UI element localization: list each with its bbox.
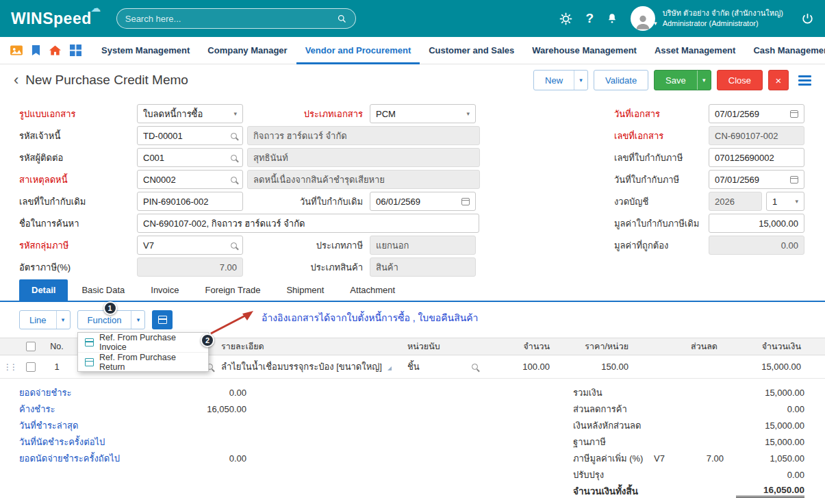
tax-invoice-no-field[interactable]: 070125690002: [709, 148, 804, 167]
annotation-badge-1: 1: [103, 301, 117, 315]
col-unit: หน่วยนับ: [403, 340, 482, 353]
tax-type-field: แยกนอก: [370, 236, 476, 255]
tax-invoice-date-field[interactable]: 07/01/2569: [709, 170, 804, 189]
help-icon[interactable]: ?: [585, 11, 594, 26]
apps-grid-icon[interactable]: [70, 45, 81, 56]
menu-item-ref-from-purchase-return[interactable]: Ref. From Purchase Return: [78, 352, 208, 371]
search-icon: [472, 364, 478, 370]
amount-summary: รวมเงิน15,000.00 ส่วนลดการค้า0.00 เงินหล…: [573, 384, 804, 499]
credit-reason-name-field: ลดหนี้เนื่องจากสินค้าชำรุดเสียหาย: [247, 170, 480, 189]
next-payment-date-link[interactable]: วันที่นัดชำระครั้งต่อไป: [19, 435, 178, 449]
contact-code-label: รหัสผู้ติดต่อ: [19, 151, 137, 165]
vat-rate: 7.00: [685, 453, 724, 464]
user-profile-menu[interactable]: ▾ บริษัท ตัวอย่าง จำกัด (สำนักงานใหญ่) A…: [631, 6, 783, 31]
tab-basic-data[interactable]: Basic Data: [69, 279, 137, 301]
subtotal-label: รวมเงิน: [573, 386, 736, 400]
grand-total-label: จำนวนเงินทั้งสิ้น: [573, 483, 736, 499]
cell-no: 1: [42, 362, 71, 372]
nav-system-management[interactable]: System Management: [92, 37, 199, 64]
doc-date-label: วันที่เอกสาร: [614, 107, 709, 121]
cell-qty[interactable]: 100.00: [482, 362, 554, 372]
tax-group-field[interactable]: V7: [137, 236, 243, 255]
period-no-select[interactable]: 1▾: [766, 192, 804, 211]
nav-asset-management[interactable]: Asset Management: [646, 37, 744, 64]
menu-item-ref-from-purchase-invoice[interactable]: Ref. From Purchase Invoice: [78, 333, 208, 352]
tab-foreign-trade[interactable]: Foreign Trade: [192, 279, 272, 301]
search-input[interactable]: [125, 14, 337, 24]
tab-detail[interactable]: Detail: [19, 279, 68, 301]
settings-gear-icon[interactable]: [559, 12, 573, 26]
calendar-icon: [790, 110, 798, 118]
tab-shipment[interactable]: Shipment: [274, 279, 336, 301]
nav-customer-and-sales[interactable]: Customer and Sales: [420, 37, 523, 64]
search-icon: [231, 155, 237, 161]
orig-tax-amount-label: มูลค่าใบกำกับภาษีเดิม: [614, 216, 709, 231]
doc-format-select[interactable]: ใบลดหนี้การซื้อ▾: [137, 104, 243, 123]
select-all-checkbox[interactable]: [26, 342, 36, 351]
avatar[interactable]: [631, 6, 655, 31]
orig-invoice-date-field[interactable]: 06/01/2569: [370, 192, 476, 211]
tax-group-label: รหัสกลุ่มภาษี: [19, 238, 137, 253]
top-app-bar: WINSpeed ☁ ? ▾ บริษัท ตัวอย่าง จำกัด (สำ…: [0, 0, 825, 37]
table-icon: [85, 358, 94, 366]
line-button[interactable]: Line ▾: [19, 310, 71, 329]
notifications-bell-icon[interactable]: [606, 12, 618, 25]
line-dropdown-caret[interactable]: ▾: [56, 311, 70, 329]
search-icon: [231, 177, 237, 183]
home-icon[interactable]: [49, 45, 62, 56]
bookmark-icon[interactable]: [31, 45, 40, 56]
layout-menu-icon[interactable]: [798, 75, 811, 86]
logout-power-icon[interactable]: [801, 12, 814, 25]
validate-button[interactable]: Validate: [594, 70, 648, 90]
vat-label: ภาษีมูลค่าเพิ่ม (%): [573, 451, 654, 466]
table-icon: [85, 338, 94, 346]
grid-settings-button[interactable]: [152, 310, 173, 329]
search-name-field[interactable]: CN-690107-002, กิจถาวร ฮาร์ดแวร์ จำกัด: [137, 214, 479, 233]
orig-invoice-no-field[interactable]: PIN-690106-002: [137, 192, 243, 211]
doc-date-field[interactable]: 07/01/2569: [709, 104, 804, 123]
doc-type-select[interactable]: PCM▾: [370, 104, 476, 123]
nav-company-manager[interactable]: Company Manager: [199, 37, 296, 64]
user-info: บริษัท ตัวอย่าง จำกัด (สำนักงานใหญ่) Adm…: [663, 8, 783, 29]
col-no: No.: [42, 342, 71, 351]
close-x-button[interactable]: ×: [768, 70, 789, 90]
drag-handle-icon[interactable]: ⋮⋮: [0, 362, 19, 372]
save-button[interactable]: Save ▾: [654, 70, 711, 90]
col-unit-price: ราคา/หน่วย: [554, 340, 633, 353]
search-icon[interactable]: [337, 14, 347, 24]
nav-warehouse-management[interactable]: Warehouse Management: [523, 37, 646, 64]
last-payment-date-link[interactable]: วันที่ชำระล่าสุด: [19, 418, 178, 433]
credit-reason-field[interactable]: CN0002: [137, 170, 243, 189]
orig-tax-amount-field[interactable]: 15,000.00: [709, 214, 804, 233]
cell-unit[interactable]: ชิ้น: [403, 360, 482, 374]
vendor-code-field[interactable]: TD-00001: [137, 126, 243, 145]
save-dropdown-caret[interactable]: ▾: [697, 71, 711, 90]
resize-grip-icon[interactable]: [388, 366, 392, 370]
doc-type-label: ประเภทเอกสาร: [243, 107, 370, 121]
search-icon: [231, 133, 237, 139]
calendar-icon: [461, 198, 470, 205]
new-dropdown-caret[interactable]: ▾: [574, 71, 587, 90]
orig-invoice-date-label: วันที่ใบกำกับเดิม: [243, 194, 370, 209]
back-chevron-icon[interactable]: ‹: [14, 73, 18, 88]
function-dropdown-caret[interactable]: ▾: [131, 311, 144, 329]
cell-description[interactable]: ลำไยในน้ำเชื่อมบรรจุกระป๋อง [ขนาดใหญ่]: [218, 360, 403, 374]
contact-code-field[interactable]: C001: [137, 148, 243, 167]
tab-invoice[interactable]: Invoice: [138, 279, 191, 301]
new-button[interactable]: New ▾: [533, 70, 588, 90]
nav-vendor-and-procurement[interactable]: Vendor and Procurement: [296, 37, 420, 64]
row-checkbox[interactable]: [26, 362, 36, 372]
paid-amount-link[interactable]: ยอดจ่ายชำระ: [19, 386, 178, 400]
product-type-field: สินค้า: [370, 257, 476, 277]
nav-cash-management[interactable]: Cash Management: [744, 37, 825, 64]
outstanding-link[interactable]: ค้างชำระ: [19, 402, 178, 416]
global-search[interactable]: [116, 8, 356, 29]
next-payment-amount-link[interactable]: ยอดนัดจ่ายชำระครั้งถัดไป: [19, 451, 178, 466]
tab-attachment[interactable]: Attachment: [338, 279, 407, 301]
chevron-down-icon: ▾: [229, 110, 237, 117]
cell-amount: 15,000.00: [722, 362, 804, 372]
payment-summary: ยอดจ่ายชำระ0.00 ค้างชำระ16,050.00 วันที่…: [19, 384, 246, 499]
close-button[interactable]: Close: [717, 70, 763, 90]
photo-icon[interactable]: [10, 45, 23, 56]
cell-unit-price[interactable]: 150.00: [554, 362, 633, 372]
